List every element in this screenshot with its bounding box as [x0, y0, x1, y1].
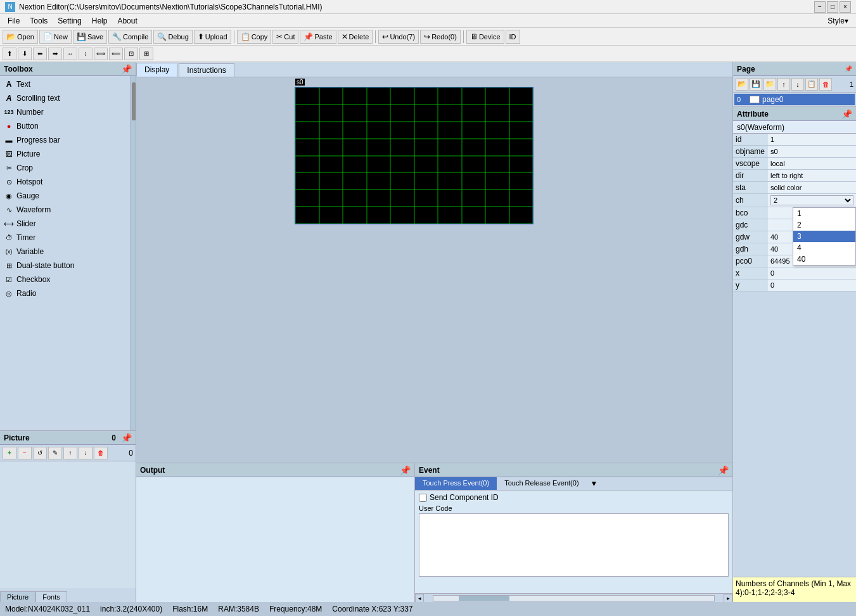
toolbox-scrollbar[interactable] [131, 76, 136, 430]
menu-help[interactable]: Help [87, 15, 113, 27]
toolbox-item-scrolling-text[interactable]: A Scrolling text [1, 91, 129, 105]
toolbox-scroll-thumb[interactable] [132, 82, 136, 120]
menu-style[interactable]: Style▾ [822, 15, 853, 27]
tab-instructions[interactable]: Instructions [179, 63, 234, 77]
tab-picture[interactable]: Picture [0, 591, 35, 602]
tab-touch-release[interactable]: Touch Release Event(0) [497, 477, 586, 490]
attr-input-objname[interactable] [770, 148, 853, 155]
attr-val-sta[interactable] [768, 182, 856, 194]
toolbox-item-waveform[interactable]: ∿ Waveform [1, 203, 129, 217]
menu-about[interactable]: About [112, 15, 142, 27]
page-down-button[interactable]: ↓ [791, 78, 804, 91]
upload-button[interactable]: ⬆ Upload [194, 30, 231, 44]
debug-button[interactable]: 🔍 Debug [153, 30, 192, 44]
toolbox-item-dual-state[interactable]: ⊞ Dual-state button [1, 259, 129, 273]
canvas-area[interactable]: s0 [136, 77, 732, 463]
attr-val-objname[interactable] [768, 146, 856, 158]
attr-scroll-area[interactable]: id objname vscope dir [733, 134, 856, 577]
toolbox-item-number[interactable]: 123 Number [1, 105, 129, 119]
output-pin[interactable]: 📌 [400, 465, 411, 475]
hscroll-track[interactable] [433, 595, 715, 601]
minimize-button[interactable]: − [814, 1, 826, 13]
pic-add-button[interactable]: + [3, 447, 16, 459]
attr-pin[interactable]: 📌 [841, 109, 852, 119]
align-right-button[interactable]: ➡ [48, 48, 62, 60]
pic-remove-button[interactable]: − [18, 447, 32, 459]
menu-file[interactable]: File [3, 15, 25, 27]
ch-option-40[interactable]: 40 [793, 253, 855, 265]
toolbox-item-variable[interactable]: (x) Variable [1, 245, 129, 259]
picture-panel-pin[interactable]: 📌 [121, 433, 132, 443]
cut-button[interactable]: ✂ Cut [272, 30, 298, 44]
menu-tools[interactable]: Tools [25, 15, 53, 27]
page-folder-button[interactable]: 📁 [763, 78, 776, 91]
align-same-h-button[interactable]: ⟸ [109, 48, 123, 60]
ch-option-1[interactable]: 1 [793, 208, 855, 219]
grid-button[interactable]: ⊞ [139, 48, 153, 60]
toolbox-item-progress-bar[interactable]: ▬ Progress bar [1, 133, 129, 147]
menu-setting[interactable]: Setting [53, 15, 86, 27]
attr-val-vscope[interactable] [768, 158, 856, 170]
align-same-wh-button[interactable]: ⊡ [124, 48, 138, 60]
align-same-w-button[interactable]: ⟺ [94, 48, 108, 60]
toolbox-item-button[interactable]: ● Button [1, 119, 129, 133]
save-button[interactable]: 💾 Save [73, 30, 107, 44]
page-panel-pin[interactable]: 📌 [845, 65, 852, 72]
page-save-button[interactable]: 💾 [750, 78, 762, 91]
toolbox-pin[interactable]: 📌 [121, 64, 132, 74]
attr-select-ch[interactable]: 2 [770, 195, 853, 205]
paste-button[interactable]: 📌 Paste [300, 30, 336, 44]
event-tab-dropdown[interactable]: ▼ [587, 477, 602, 490]
hscroll-left-button[interactable]: ◂ [415, 594, 424, 603]
hscroll-right-button[interactable]: ▸ [724, 594, 732, 603]
tab-display[interactable]: Display [136, 63, 177, 77]
redo-button[interactable]: ↪ Redo(0) [420, 30, 461, 44]
compile-button[interactable]: 🔧 Compile [108, 30, 152, 44]
delete-button[interactable]: ✕ Delete [338, 30, 373, 44]
toolbox-item-crop[interactable]: ✂ Crop [1, 161, 129, 175]
page-up-button[interactable]: ↑ [777, 78, 790, 91]
page-copy-button[interactable]: 📋 [805, 78, 818, 91]
open-button[interactable]: 📂 Open [3, 30, 38, 44]
pic-edit-button[interactable]: ✎ [48, 447, 62, 459]
ch-option-3[interactable]: 3 [793, 231, 855, 242]
event-hscroll[interactable]: ◂ ▸ [415, 593, 732, 602]
event-pin[interactable]: 📌 [718, 465, 729, 475]
tab-touch-press[interactable]: Touch Press Event(0) [415, 477, 497, 490]
attr-input-x[interactable] [770, 269, 853, 277]
align-center-v-button[interactable]: ↕ [79, 48, 93, 60]
maximize-button[interactable]: □ [827, 1, 838, 13]
attr-input-sta[interactable] [770, 184, 853, 191]
window-controls[interactable]: − □ × [814, 1, 851, 13]
toolbox-item-slider[interactable]: ⟷ Slider [1, 217, 129, 231]
attr-input-y[interactable] [770, 281, 853, 289]
toolbox-item-timer[interactable]: ⏱ Timer [1, 231, 129, 245]
undo-button[interactable]: ↩ Undo(7) [378, 30, 419, 44]
copy-button[interactable]: 📋 Copy [237, 30, 272, 44]
align-top-button[interactable]: ⬆ [3, 48, 16, 60]
pic-delete-button[interactable]: 🗑 [94, 447, 108, 459]
ch-option-2[interactable]: 2 [793, 219, 855, 231]
attr-input-dir[interactable] [770, 172, 853, 179]
toolbox-item-radio[interactable]: ◎ Radio [1, 286, 129, 300]
toolbox-item-checkbox[interactable]: ☑ Checkbox [1, 273, 129, 286]
pic-down-button[interactable]: ↓ [79, 447, 93, 459]
new-button[interactable]: 📄 New [39, 30, 72, 44]
tab-fonts[interactable]: Fonts [35, 591, 67, 602]
ch-option-4[interactable]: 4 [793, 242, 855, 253]
toolbox-item-text[interactable]: A Text [1, 77, 129, 91]
page-item-0[interactable]: 0 page0 [734, 94, 855, 105]
waveform-widget[interactable]: s0 [295, 87, 533, 224]
toolbox-item-picture[interactable]: 🖼 Picture [1, 147, 129, 161]
device-button[interactable]: 🖥 Device [466, 30, 504, 44]
align-bottom-button[interactable]: ⬇ [18, 48, 32, 60]
align-left-button[interactable]: ⬅ [33, 48, 47, 60]
attr-val-dir[interactable] [768, 170, 856, 182]
attr-val-bco[interactable]: 1 2 3 4 40 [768, 207, 856, 219]
hscroll-thumb[interactable] [459, 596, 509, 601]
attr-val-ch[interactable]: 2 [768, 194, 856, 207]
send-component-id-checkbox[interactable] [419, 494, 427, 502]
attr-val-id[interactable] [768, 134, 856, 146]
pic-refresh-button[interactable]: ↺ [33, 447, 47, 459]
close-button[interactable]: × [840, 1, 851, 13]
